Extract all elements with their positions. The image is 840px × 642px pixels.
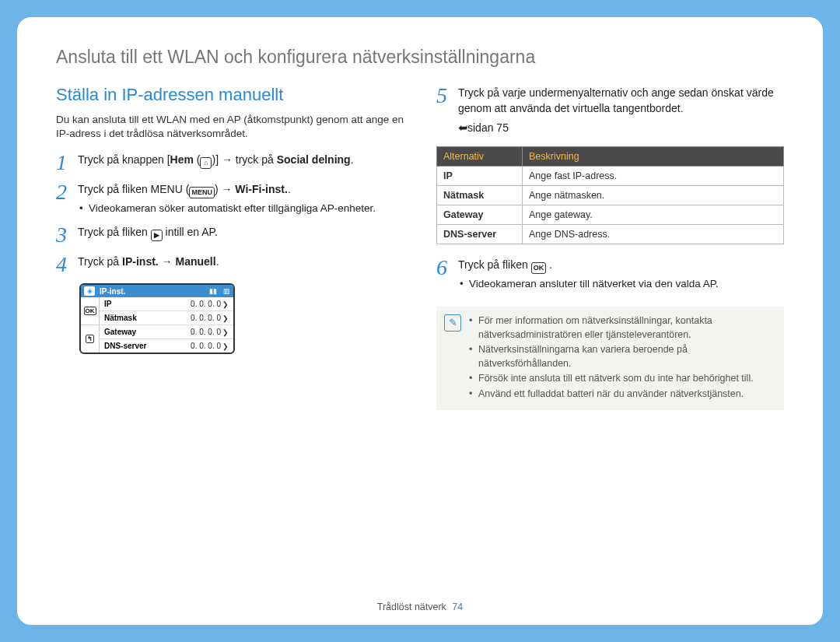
step-body: Tryck på IP-inst. → Manuell. (78, 254, 404, 275)
step-body: Tryck på varje undermenyalternativ och a… (458, 85, 784, 135)
intro-text: Du kan ansluta till ett WLAN med en AP (… (56, 113, 404, 141)
table-header-desc: Beskrivning (523, 146, 784, 166)
manual-page: Ansluta till ett WLAN och konfigurera nä… (17, 17, 823, 625)
step-4: 4 Tryck på IP-inst. → Manuell. (56, 254, 404, 275)
device-back-button: ↰ (81, 325, 99, 353)
device-row: DNS-server0. 0. 0. 0❯ (100, 339, 233, 353)
device-body: OK ↰ IP0. 0. 0. 0❯ Nätmask0. 0. 0. 0❯ Ga… (81, 297, 233, 353)
pageref-icon: ➥ (458, 120, 467, 135)
note-item: Använd ett fulladdat batteri när du anvä… (469, 388, 775, 402)
note-item: Nätverksinställningarna kan variera bero… (469, 343, 775, 370)
step-body: Tryck på fliken ▶ intill en AP. (78, 224, 404, 246)
note-item: Försök inte ansluta till ett nätverk som… (469, 372, 775, 386)
arrow-icon: → (162, 255, 173, 268)
device-title: IP-inst. (100, 287, 125, 296)
play-icon: ▶ (151, 230, 163, 241)
chevron-right-icon: ❯ (222, 300, 229, 308)
right-column: 5 Tryck på varje undermenyalternativ och… (436, 85, 784, 410)
device-header: ◈ IP-inst. ▮▮ ▥ (81, 285, 233, 297)
battery-icon: ▥ (223, 287, 230, 295)
table-header-alt: Alternativ (437, 146, 523, 166)
note-icon: ✎ (444, 314, 461, 332)
chevron-right-icon: ❯ (222, 342, 229, 350)
step-number: 1 (56, 152, 70, 174)
device-ok-button: OK (81, 297, 99, 325)
device-sidebar: OK ↰ (81, 297, 100, 353)
section-title: Ställa in IP-adressen manuellt (56, 85, 404, 105)
left-column: Ställa in IP-adressen manuellt Du kan an… (56, 85, 404, 410)
step-sub: Videokameran ansluter till nätverket via… (458, 276, 784, 292)
step-3: 3 Tryck på fliken ▶ intill en AP. (56, 224, 404, 246)
step-number: 6 (436, 257, 450, 292)
device-row: IP0. 0. 0. 0❯ (100, 297, 233, 311)
note-list: För mer information om nätverksinställni… (469, 314, 775, 402)
step-6: 6 Tryck på fliken OK . Videokameran ansl… (436, 257, 784, 292)
step-2: 2 Tryck på fliken MENU (MENU) → Wi-Fi-in… (56, 181, 404, 216)
step-number: 4 (56, 254, 70, 275)
device-rows: IP0. 0. 0. 0❯ Nätmask0. 0. 0. 0❯ Gateway… (100, 297, 233, 353)
menu-icon: MENU (189, 187, 215, 198)
two-column-layout: Ställa in IP-adressen manuellt Du kan an… (56, 85, 784, 410)
footer-section: Trådlöst nätverk (377, 602, 446, 612)
page-title: Ansluta till ett WLAN och konfigurera nä… (56, 47, 784, 68)
step-number: 3 (56, 224, 70, 246)
step-body: Tryck på fliken MENU (MENU) → Wi-Fi-inst… (78, 181, 404, 216)
device-screenshot: ◈ IP-inst. ▮▮ ▥ OK ↰ IP0. 0. 0. 0❯ Nätma… (79, 283, 235, 354)
step-number: 2 (56, 181, 70, 216)
step-number: 5 (436, 85, 450, 135)
device-row: Nätmask0. 0. 0. 0❯ (100, 311, 233, 325)
page-footer: Trådlöst nätverk 74 (17, 602, 823, 612)
arrow-icon: → (222, 153, 233, 166)
note-item: För mer information om nätverksinställni… (469, 314, 775, 342)
signal-icon: ▮▮ (209, 287, 217, 295)
step-body: Tryck på knappen [Hem (⌂)] → tryck på So… (78, 152, 404, 174)
step-1: 1 Tryck på knappen [Hem (⌂)] → tryck på … (56, 152, 404, 174)
chevron-right-icon: ❯ (222, 314, 229, 322)
note-box: ✎ För mer information om nätverksinställ… (436, 307, 784, 410)
home-icon: ⌂ (200, 157, 212, 169)
wifi-icon: ◈ (84, 286, 95, 296)
table-row: GatewayAnge gateway. (437, 205, 784, 224)
footer-page-number: 74 (452, 602, 463, 612)
page-reference: ➥sidan 75 (458, 120, 784, 135)
chevron-right-icon: ❯ (222, 328, 229, 336)
arrow-icon: → (221, 183, 232, 195)
table-row: IPAnge fast IP-adress. (437, 166, 784, 185)
table-row: DNS-serverAnge DNS-adress. (437, 224, 784, 244)
step-sub: Videokameran söker automatiskt efter til… (78, 201, 404, 216)
step-5: 5 Tryck på varje undermenyalternativ och… (436, 85, 784, 135)
ok-icon: OK (531, 262, 547, 274)
step-body: Tryck på fliken OK . Videokameran anslut… (458, 257, 784, 292)
options-table: Alternativ Beskrivning IPAnge fast IP-ad… (436, 146, 784, 244)
device-row: Gateway0. 0. 0. 0❯ (100, 325, 233, 339)
table-row: NätmaskAnge nätmasken. (437, 185, 784, 205)
